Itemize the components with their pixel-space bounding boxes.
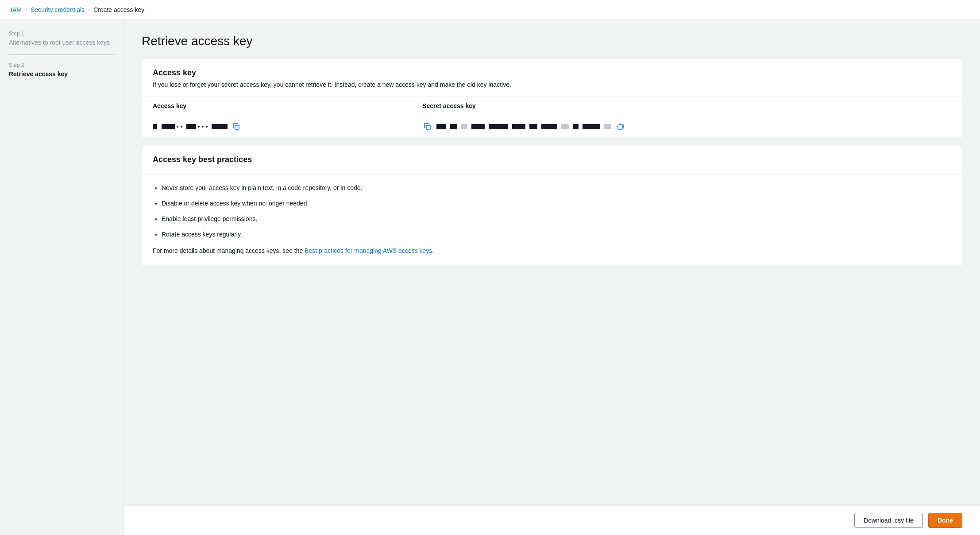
svg-rect-1 bbox=[426, 125, 430, 129]
col-secret-key-header: Secret access key bbox=[412, 97, 962, 115]
step2-label: Step 2 bbox=[9, 62, 115, 68]
breadcrumb-current-page: Create access key bbox=[93, 6, 144, 13]
col-access-key-header: Access key bbox=[142, 97, 412, 115]
copy-access-key-button[interactable] bbox=[231, 121, 242, 132]
best-practices-card-title: Access key best practices bbox=[153, 155, 951, 164]
download-csv-button[interactable]: Download .csv file bbox=[854, 513, 923, 528]
access-key-card-title: Access key bbox=[153, 68, 951, 78]
breadcrumb-bar: IAM › Security credentials › Create acce… bbox=[0, 0, 980, 20]
best-practices-note: For more details about managing access k… bbox=[153, 246, 951, 256]
access-key-redacted bbox=[153, 124, 228, 129]
svg-rect-0 bbox=[235, 125, 239, 129]
step1-label: Step 1 bbox=[9, 31, 115, 37]
footer-actions: Download .csv file Done bbox=[124, 505, 980, 535]
secret-key-redacted bbox=[436, 121, 626, 132]
list-item: Disable or delete access key when no lon… bbox=[162, 199, 951, 208]
access-key-card-description: If you lose or forget your secret access… bbox=[153, 80, 951, 89]
step1-title: Alternatives to root user access keys bbox=[9, 39, 115, 47]
access-key-card-header: Access key If you lose or forget your se… bbox=[142, 59, 962, 97]
note-prefix: For more details about managing access k… bbox=[153, 247, 305, 254]
list-item: Enable least-privilege permissions. bbox=[162, 214, 951, 224]
best-practices-body: Never store your access key in plain tex… bbox=[142, 174, 962, 266]
sidebar-step1: Step 1 Alternatives to root user access … bbox=[9, 31, 115, 47]
list-item: Never store your access key in plain tex… bbox=[162, 183, 951, 193]
breadcrumb-sep-1: › bbox=[25, 7, 27, 13]
secret-key-value-cell bbox=[412, 115, 962, 139]
access-key-card: Access key If you lose or forget your se… bbox=[142, 59, 962, 139]
breadcrumb-iam-link[interactable]: IAM bbox=[11, 6, 22, 13]
best-practices-link[interactable]: Best practices for managing AWS access k… bbox=[305, 247, 432, 254]
best-practices-list: Never store your access key in plain tex… bbox=[153, 174, 951, 239]
sidebar: Step 1 Alternatives to root user access … bbox=[0, 20, 124, 533]
access-key-table: Access key Secret access key bbox=[142, 97, 962, 138]
page-title: Retrieve access key bbox=[142, 34, 962, 48]
main-content: Retrieve access key Access key If you lo… bbox=[124, 20, 980, 533]
breadcrumb-security-creds-link[interactable]: Security credentials bbox=[31, 6, 85, 13]
table-row bbox=[142, 115, 962, 139]
copy-secret-key-button[interactable] bbox=[422, 121, 433, 132]
done-button[interactable]: Done bbox=[928, 513, 962, 528]
access-key-value-cell bbox=[142, 115, 412, 139]
list-item: Rotate access keys regularly. bbox=[162, 230, 951, 239]
svg-rect-2 bbox=[618, 125, 622, 129]
best-practices-card: Access key best practices Never store yo… bbox=[142, 146, 962, 267]
note-suffix: . bbox=[432, 247, 434, 254]
copy-secret-key-btn2[interactable] bbox=[615, 121, 626, 132]
step2-title: Retrieve access key bbox=[9, 70, 115, 79]
step-divider bbox=[9, 54, 115, 55]
sidebar-step2: Step 2 Retrieve access key bbox=[9, 62, 115, 79]
breadcrumb-sep-2: › bbox=[88, 7, 90, 13]
best-practices-card-header: Access key best practices bbox=[142, 146, 962, 174]
main-layout: Step 1 Alternatives to root user access … bbox=[0, 20, 980, 533]
